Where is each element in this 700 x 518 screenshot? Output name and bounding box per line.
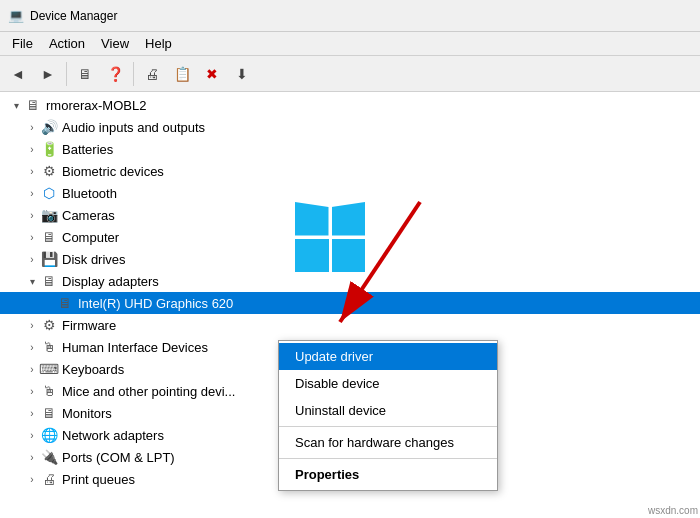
title-bar-icon: 💻 (8, 8, 24, 24)
mice-label: Mice and other pointing devi... (62, 384, 235, 399)
gpu-label: Intel(R) UHD Graphics 620 (78, 296, 233, 311)
expand-root: ▾ (8, 97, 24, 113)
win-logo-q2 (332, 202, 366, 236)
toolbar-back[interactable]: ◄ (4, 60, 32, 88)
win-logo-q3 (295, 239, 329, 273)
expand-gpu (40, 295, 56, 311)
context-menu-update-driver[interactable]: Update driver (279, 343, 497, 370)
monitor-icon: 🖥 (40, 404, 58, 422)
toolbar-remove[interactable]: ✖ (198, 60, 226, 88)
keyboards-label: Keyboards (62, 362, 124, 377)
display-label: Display adapters (62, 274, 159, 289)
computer-cat-icon: 🖥 (40, 228, 58, 246)
cameras-label: Cameras (62, 208, 115, 223)
expand-firmware: › (24, 317, 40, 333)
disk-icon: 💾 (40, 250, 58, 268)
firmware-label: Firmware (62, 318, 116, 333)
expand-monitors: › (24, 405, 40, 421)
toolbar-computer[interactable]: 🖥 (71, 60, 99, 88)
expand-display: ▾ (24, 273, 40, 289)
computer-icon: 🖥 (24, 96, 42, 114)
menu-file[interactable]: File (4, 34, 41, 53)
context-menu-uninstall-device[interactable]: Uninstall device (279, 397, 497, 424)
expand-disk: › (24, 251, 40, 267)
toolbar-properties[interactable]: 📋 (168, 60, 196, 88)
windows-logo (295, 202, 365, 272)
title-bar: 💻 Device Manager (0, 0, 700, 32)
expand-computer: › (24, 229, 40, 245)
expand-batteries: › (24, 141, 40, 157)
camera-icon: 📷 (40, 206, 58, 224)
display-icon: 🖥 (40, 272, 58, 290)
biometric-icon: ⚙ (40, 162, 58, 180)
expand-hid: › (24, 339, 40, 355)
toolbar-help[interactable]: ❓ (101, 60, 129, 88)
audio-label: Audio inputs and outputs (62, 120, 205, 135)
tree-root[interactable]: ▾ 🖥 rmorerax-MOBL2 (0, 94, 700, 116)
win-logo-q4 (332, 239, 366, 273)
expand-bluetooth: › (24, 185, 40, 201)
tree-item-display[interactable]: ▾ 🖥 Display adapters (0, 270, 700, 292)
menu-action[interactable]: Action (41, 34, 93, 53)
hid-label: Human Interface Devices (62, 340, 208, 355)
mice-icon: 🖱 (40, 382, 58, 400)
expand-audio: › (24, 119, 40, 135)
context-menu-sep-2 (279, 458, 497, 459)
toolbar-forward[interactable]: ► (34, 60, 62, 88)
menu-view[interactable]: View (93, 34, 137, 53)
ports-label: Ports (COM & LPT) (62, 450, 175, 465)
context-menu-scan-hardware[interactable]: Scan for hardware changes (279, 429, 497, 456)
hid-icon: 🖱 (40, 338, 58, 356)
toolbar-update[interactable]: ⬇ (228, 60, 256, 88)
toolbar-print[interactable]: 🖨 (138, 60, 166, 88)
print-icon: 🖨 (40, 470, 58, 488)
batteries-label: Batteries (62, 142, 113, 157)
gpu-icon: 🖥 (56, 294, 74, 312)
win-logo-q1 (295, 202, 329, 236)
tree-item-biometric[interactable]: › ⚙ Biometric devices (0, 160, 700, 182)
printqueues-label: Print queues (62, 472, 135, 487)
context-menu-disable-device[interactable]: Disable device (279, 370, 497, 397)
tree-item-bluetooth[interactable]: › ⬡ Bluetooth (0, 182, 700, 204)
network-icon: 🌐 (40, 426, 58, 444)
monitors-label: Monitors (62, 406, 112, 421)
keyboard-icon: ⌨ (40, 360, 58, 378)
expand-keyboards: › (24, 361, 40, 377)
context-menu-properties[interactable]: Properties (279, 461, 497, 488)
expand-biometric: › (24, 163, 40, 179)
expand-network: › (24, 427, 40, 443)
title-bar-title: Device Manager (30, 9, 117, 23)
root-label: rmorerax-MOBL2 (46, 98, 146, 113)
expand-ports: › (24, 449, 40, 465)
battery-icon: 🔋 (40, 140, 58, 158)
computer-label: Computer (62, 230, 119, 245)
ports-icon: 🔌 (40, 448, 58, 466)
context-menu-sep-1 (279, 426, 497, 427)
biometric-label: Biometric devices (62, 164, 164, 179)
audio-icon: 🔊 (40, 118, 58, 136)
toolbar-sep-2 (133, 62, 134, 86)
bluetooth-label: Bluetooth (62, 186, 117, 201)
tree-item-audio[interactable]: › 🔊 Audio inputs and outputs (0, 116, 700, 138)
disk-label: Disk drives (62, 252, 126, 267)
tree-item-firmware[interactable]: › ⚙ Firmware (0, 314, 700, 336)
expand-cameras: › (24, 207, 40, 223)
toolbar-sep-1 (66, 62, 67, 86)
expand-mice: › (24, 383, 40, 399)
watermark: wsxdn.com (648, 505, 698, 516)
tree-item-gpu[interactable]: 🖥 Intel(R) UHD Graphics 620 (0, 292, 700, 314)
toolbar: ◄ ► 🖥 ❓ 🖨 📋 ✖ ⬇ (0, 56, 700, 92)
menu-help[interactable]: Help (137, 34, 180, 53)
tree-item-batteries[interactable]: › 🔋 Batteries (0, 138, 700, 160)
network-label: Network adapters (62, 428, 164, 443)
main-content: ▾ 🖥 rmorerax-MOBL2 › 🔊 Audio inputs and … (0, 92, 700, 518)
bluetooth-icon: ⬡ (40, 184, 58, 202)
firmware-icon: ⚙ (40, 316, 58, 334)
menu-bar: File Action View Help (0, 32, 700, 56)
context-menu: Update driver Disable device Uninstall d… (278, 340, 498, 491)
expand-printqueues: › (24, 471, 40, 487)
